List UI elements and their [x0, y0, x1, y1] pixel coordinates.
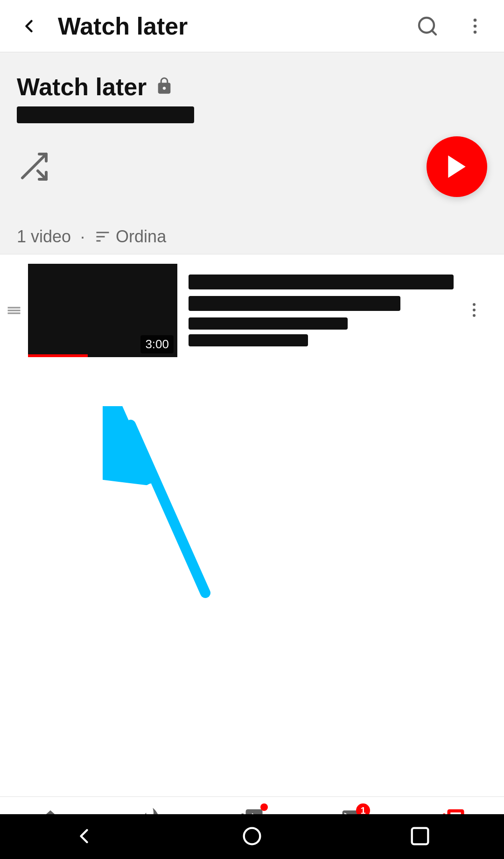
- sort-label: Ordina: [116, 227, 166, 246]
- top-bar: Watch later: [0, 0, 504, 52]
- video-info: [189, 275, 461, 346]
- svg-marker-7: [448, 155, 465, 178]
- svg-line-1: [432, 30, 436, 35]
- drag-handle[interactable]: [0, 302, 28, 319]
- video-more-button[interactable]: [461, 297, 487, 324]
- top-bar-right: [413, 11, 489, 41]
- playlist-header: Watch later: [0, 52, 504, 214]
- subscriptions-badge: [260, 803, 268, 811]
- svg-point-16: [473, 314, 476, 317]
- svg-point-15: [473, 309, 476, 311]
- video-thumbnail[interactable]: 3:00: [28, 264, 177, 357]
- svg-point-4: [474, 30, 477, 34]
- shuffle-button[interactable]: [17, 150, 50, 183]
- playlist-title: Watch later: [17, 73, 147, 101]
- svg-point-2: [474, 18, 477, 21]
- redacted-meta-line1: [189, 317, 348, 330]
- redacted-title-line2: [189, 296, 400, 311]
- page-title: Watch later: [58, 12, 188, 40]
- redacted-username: [17, 106, 194, 123]
- android-back-button[interactable]: [72, 824, 96, 850]
- svg-point-18: [244, 828, 260, 844]
- play-all-button[interactable]: [427, 136, 487, 197]
- search-button[interactable]: [413, 11, 442, 41]
- video-count: 1 video: [17, 227, 71, 246]
- sort-button[interactable]: Ordina: [94, 227, 166, 246]
- video-list: 3:00: [0, 254, 504, 366]
- android-system-bar: [0, 814, 504, 859]
- more-options-button[interactable]: [461, 12, 489, 40]
- video-count-row: 1 video · Ordina: [0, 214, 504, 254]
- back-button[interactable]: [15, 12, 43, 40]
- top-bar-left: Watch later: [15, 12, 188, 40]
- svg-point-14: [473, 303, 476, 306]
- redacted-title-line1: [189, 275, 454, 289]
- controls-row: [17, 136, 487, 197]
- table-row: 3:00: [0, 254, 504, 366]
- android-recents-button[interactable]: [408, 824, 432, 850]
- svg-rect-19: [412, 828, 428, 844]
- android-home-button[interactable]: [240, 824, 264, 850]
- svg-point-3: [474, 24, 477, 28]
- dot-separator: ·: [80, 227, 85, 246]
- video-progress-bar: [28, 354, 88, 357]
- video-duration: 3:00: [140, 335, 174, 353]
- lock-icon: [155, 77, 174, 97]
- playlist-title-row: Watch later: [17, 73, 487, 101]
- redacted-meta-line2: [189, 334, 308, 346]
